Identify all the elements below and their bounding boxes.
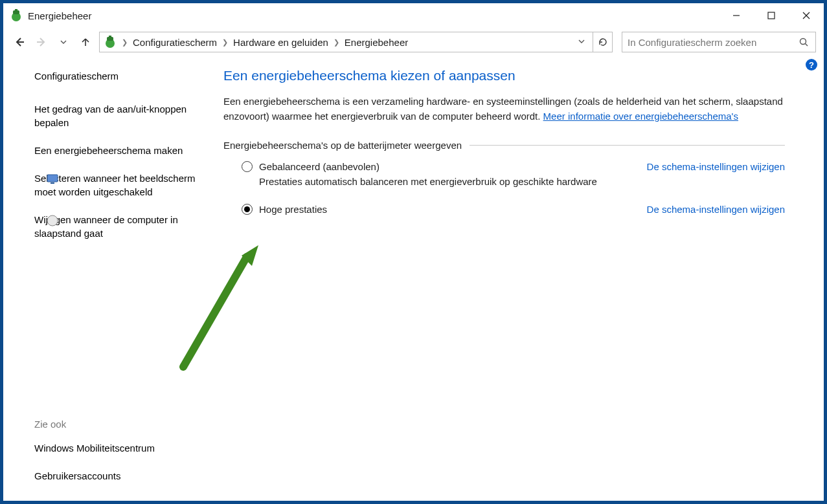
window: Energiebeheer	[3, 3, 824, 501]
change-plan-settings-link[interactable]: De schema-instellingen wijzigen	[647, 204, 785, 215]
change-plan-settings-link[interactable]: De schema-instellingen wijzigen	[647, 161, 785, 172]
page-description: Een energiebeheerschema is een verzameli…	[223, 94, 785, 124]
moon-icon	[46, 214, 59, 227]
navigation-bar: ❯ Configuratiescherm ❯ Hardware en gelui…	[3, 28, 824, 56]
svg-line-13	[806, 44, 808, 47]
radio-balanced[interactable]	[242, 161, 253, 172]
refresh-button[interactable]	[593, 32, 613, 52]
power-plan: Hoge prestaties De schema-instellingen w…	[223, 204, 785, 215]
control-panel-home-link[interactable]: Configuratiescherm	[34, 69, 198, 83]
sidebar-link[interactable]: Het gedrag van de aan/uit-knoppen bepale…	[34, 102, 198, 129]
plan-name[interactable]: Gebalanceerd (aanbevolen)	[259, 161, 380, 172]
recent-locations-button[interactable]	[55, 34, 72, 50]
power-options-icon	[104, 36, 117, 49]
search-input[interactable]	[628, 37, 797, 48]
power-plan: Gebalanceerd (aanbevolen) De schema-inst…	[223, 161, 785, 187]
svg-point-12	[800, 39, 806, 45]
sidebar: Configuratiescherm Het gedrag van de aan…	[3, 56, 210, 501]
svg-rect-15	[51, 182, 54, 184]
more-info-link[interactable]: Meer informatie over energiebeheerschema…	[543, 111, 738, 122]
svg-point-16	[47, 215, 58, 226]
maximize-button[interactable]	[754, 3, 789, 28]
sidebar-link[interactable]: Een energiebeheerschema maken	[34, 144, 198, 157]
power-options-icon	[10, 9, 23, 22]
search-icon[interactable]	[797, 36, 810, 49]
window-title: Energiebeheer	[28, 10, 91, 21]
plan-description: Prestaties automatisch balanceren met en…	[259, 176, 785, 187]
chevron-right-icon[interactable]: ❯	[222, 38, 228, 47]
breadcrumb-item[interactable]: Energiebeheer	[345, 37, 408, 48]
up-button[interactable]	[77, 34, 94, 50]
address-dropdown-button[interactable]	[574, 38, 589, 46]
page-heading: Een energiebeheerschema kiezen of aanpas…	[223, 68, 785, 83]
back-button[interactable]	[11, 34, 28, 50]
main-content: Een energiebeheerschema kiezen of aanpas…	[210, 56, 824, 501]
address-bar[interactable]: ❯ Configuratiescherm ❯ Hardware en gelui…	[99, 32, 593, 52]
monitor-icon	[46, 173, 59, 186]
forward-button[interactable]	[33, 34, 50, 50]
chevron-right-icon[interactable]: ❯	[122, 38, 128, 47]
svg-rect-4	[768, 12, 775, 19]
breadcrumb-item[interactable]: Hardware en geluiden	[233, 37, 328, 48]
titlebar: Energiebeheer	[3, 3, 824, 28]
breadcrumb-item[interactable]: Configuratiescherm	[133, 37, 217, 48]
plan-group-header: Energiebeheerschema's op de batterijmete…	[223, 140, 785, 151]
svg-rect-2	[15, 9, 17, 11]
help-button[interactable]: ?	[806, 59, 817, 71]
plan-group-label: Energiebeheerschema's op de batterijmete…	[223, 140, 462, 151]
minimize-button[interactable]	[719, 3, 754, 28]
close-button[interactable]	[789, 3, 824, 28]
plan-name[interactable]: Hoge prestaties	[259, 204, 327, 215]
see-also-label: Zie ook	[34, 419, 198, 430]
svg-rect-14	[47, 175, 58, 182]
search-box[interactable]	[622, 32, 816, 52]
content-body: ? Configuratiescherm Het gedrag van de a…	[3, 56, 824, 501]
svg-rect-11	[109, 36, 111, 38]
chevron-right-icon[interactable]: ❯	[334, 38, 339, 47]
see-also-link[interactable]: Windows Mobiliteitscentrum	[34, 441, 198, 455]
radio-high-performance[interactable]	[242, 204, 253, 215]
see-also-link[interactable]: Gebruikersaccounts	[34, 469, 198, 483]
